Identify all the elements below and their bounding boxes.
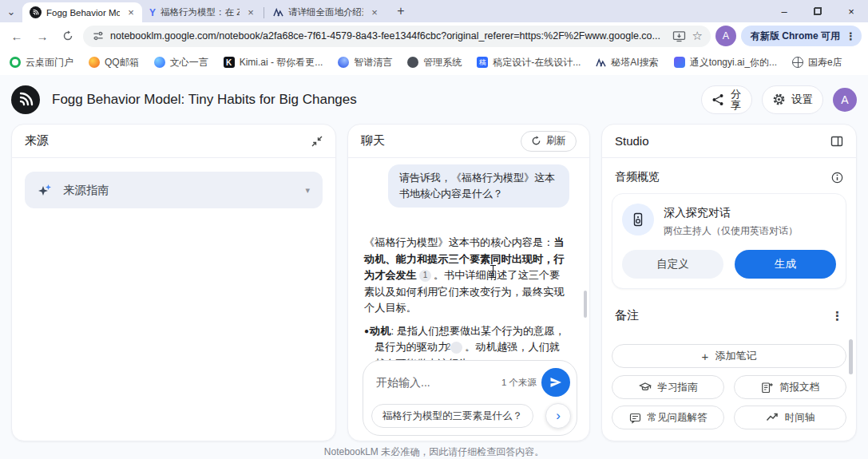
bookmark-kimi[interactable]: KKimi.ai - 帮你看更...	[224, 56, 323, 69]
restore-button[interactable]	[801, 0, 834, 22]
tab-close-icon[interactable]: ×	[125, 6, 137, 19]
assistant-message: 《福格行为模型》这本书的核心内容是：当动机、能力和提示三个要素同时出现时，行为才…	[364, 235, 565, 372]
audio-card-title: 深入探究对话	[664, 204, 798, 220]
citation-chip-2[interactable]: 2	[450, 342, 462, 354]
faq-button[interactable]: 常见问题解答	[612, 406, 724, 429]
add-note-button[interactable]: + 添加笔记	[612, 344, 846, 368]
install-app-icon[interactable]	[672, 30, 686, 42]
bookmark-qqmail[interactable]: QQ邮箱	[89, 56, 139, 69]
bookmark-label: 秘塔AI搜索	[611, 56, 658, 69]
audio-overview-row: 音频概览	[602, 158, 856, 192]
tab-notebooklm[interactable]: Fogg Behavior Model: Tiny H ×	[22, 2, 142, 22]
bookmark-wenxin[interactable]: 文心一言	[154, 56, 208, 69]
bookmark-star-icon[interactable]: ☆	[692, 29, 703, 43]
info-icon[interactable]	[831, 172, 843, 184]
share-label: 分享	[730, 89, 742, 111]
chevron-down-icon[interactable]: ▾	[305, 185, 310, 196]
close-window-button[interactable]: ×	[834, 0, 868, 22]
chrome-update-button[interactable]: 有新版 Chrome 可用 ⋮	[741, 26, 862, 46]
back-button[interactable]: ←	[6, 26, 27, 46]
chat-scrollbar[interactable]	[584, 291, 587, 318]
briefing-doc-button[interactable]: 简报文档	[734, 375, 846, 399]
audio-overview-label: 音频概览	[615, 170, 660, 184]
omnibox[interactable]: notebooklm.google.com/notebook/a2fa68ce-…	[83, 26, 711, 47]
chat-panel: 聊天 刷新 请告诉我，《福格行为模型》这本书地核心内容是什么？ 《福格行为模型》…	[347, 124, 590, 441]
zlibrary-favicon-icon: Y	[149, 7, 156, 18]
generate-button[interactable]: 生成	[735, 250, 836, 279]
sources-panel: 来源 来源指南 ▾	[11, 124, 336, 441]
bookmark-favicon-icon	[596, 58, 606, 67]
refresh-label: 刷新	[546, 134, 566, 148]
audio-card-subtitle: 两位主持人（仅使用英语对话）	[664, 224, 798, 238]
bookmark-favicon-icon: K	[224, 57, 235, 68]
browser-profile-avatar[interactable]: A	[715, 26, 736, 46]
studio-actions: 学习指南 简报文档 常见问题解答 时间轴	[612, 375, 846, 429]
bookmark-guoshou[interactable]: 国寿e店	[792, 56, 842, 69]
browser-window: ⌄ Fogg Behavior Model: Tiny H × Y 福格行为模型…	[0, 0, 868, 459]
bookmarks-bar: 云桌面门户 QQ邮箱 文心一言 KKimi.ai - 帮你看更... 智谱清言 …	[0, 49, 868, 75]
customize-button[interactable]: 自定义	[622, 250, 723, 279]
bookmark-favicon-icon	[792, 57, 803, 68]
account-avatar[interactable]: A	[833, 88, 857, 112]
study-guide-button[interactable]: 学习指南	[612, 375, 724, 399]
new-note-item[interactable]: 新建记事	[618, 440, 856, 441]
chat-input[interactable]	[376, 376, 497, 389]
bookmark-favicon-icon	[407, 57, 418, 68]
restore-icon	[814, 7, 822, 15]
chat-messages: 请告诉我，《福格行为模型》这本书地核心内容是什么？ 《福格行为模型》这本书的核心…	[348, 158, 589, 441]
source-count-label: 1 个来源	[501, 377, 537, 389]
bookmark-favicon-icon	[154, 57, 165, 68]
tab-metaso[interactable]: 请详细全面地介绍这本书《福格 ×	[266, 2, 386, 22]
minimize-button[interactable]: –	[767, 0, 801, 22]
notebook-title[interactable]: Fogg Behavior Model: Tiny Habits for Big…	[52, 92, 357, 108]
add-note-label: 添加笔记	[715, 349, 756, 363]
bookmark-favicon-icon	[10, 57, 21, 68]
studio-header: Studio	[602, 125, 856, 158]
browser-menu-icon[interactable]: ⋮	[846, 30, 856, 42]
tab-title: 请详细全面地介绍这本书《福格	[288, 6, 363, 18]
document-plus-icon	[761, 382, 773, 394]
new-tab-button[interactable]: +	[390, 1, 411, 22]
share-button[interactable]: 分享	[701, 85, 752, 114]
tab-strip: ⌄ Fogg Behavior Model: Tiny H × Y 福格行为模型…	[0, 0, 868, 22]
bookmark-label: Kimi.ai - 帮你看更...	[240, 56, 323, 69]
tab-close-icon[interactable]: ×	[244, 6, 257, 19]
bookmark-guanli[interactable]: 管理系统	[407, 56, 462, 69]
speech-bubble-icon	[629, 412, 641, 424]
tab-search-chevron-icon[interactable]: ⌄	[0, 0, 22, 22]
settings-label: 设置	[791, 93, 813, 107]
timeline-button[interactable]: 时间轴	[734, 406, 846, 429]
split-columns-icon[interactable]	[830, 135, 843, 148]
collapse-panel-icon[interactable]	[311, 136, 323, 147]
share-icon	[711, 93, 724, 106]
bookmark-metaso[interactable]: 秘塔AI搜索	[596, 56, 658, 69]
tab-zlibrary[interactable]: Y 福格行为模型：在 Z-Library 上 ×	[142, 2, 262, 22]
site-info-icon[interactable]	[93, 30, 104, 42]
sparkle-icon	[38, 183, 52, 197]
bookmark-yunzhuomian[interactable]: 云桌面门户	[10, 56, 73, 69]
reload-button[interactable]	[57, 26, 78, 46]
metaso-favicon-icon	[273, 8, 283, 17]
bookmark-label: 通义tongyi.ai_你的...	[690, 56, 777, 69]
tab-close-icon[interactable]: ×	[368, 6, 381, 19]
url-text[interactable]: notebooklm.google.com/notebook/a2fa68ce-…	[110, 30, 666, 42]
settings-button[interactable]: 设置	[762, 85, 823, 114]
gear-icon	[772, 93, 786, 106]
bookmark-gaoding[interactable]: 稿稿定设计-在线设计...	[477, 56, 581, 69]
bookmark-zhipu[interactable]: 智谱清言	[338, 56, 392, 69]
notes-menu-icon[interactable]: ⋮	[831, 309, 843, 323]
window-controls: – ×	[767, 0, 868, 22]
trending-line-icon	[766, 411, 779, 424]
citation-chip-1[interactable]: 1	[419, 270, 431, 282]
next-suggestion-button[interactable]: ›	[545, 403, 571, 429]
notes-header: 备注 ⋮	[602, 289, 856, 323]
suggested-question-chip[interactable]: 福格行为模型的三要素是什么？	[371, 404, 533, 428]
user-message: 请告诉我，《福格行为模型》这本书地核心内容是什么？	[388, 164, 569, 208]
notebooklm-logo-icon[interactable]	[11, 85, 40, 114]
studio-scrollbar[interactable]	[849, 339, 853, 374]
send-button[interactable]	[541, 368, 570, 397]
bookmark-tongyi[interactable]: 通义tongyi.ai_你的...	[674, 56, 777, 69]
source-guide-card[interactable]: 来源指南 ▾	[25, 172, 323, 208]
refresh-button[interactable]: 刷新	[521, 131, 577, 152]
forward-button[interactable]: →	[32, 26, 53, 46]
